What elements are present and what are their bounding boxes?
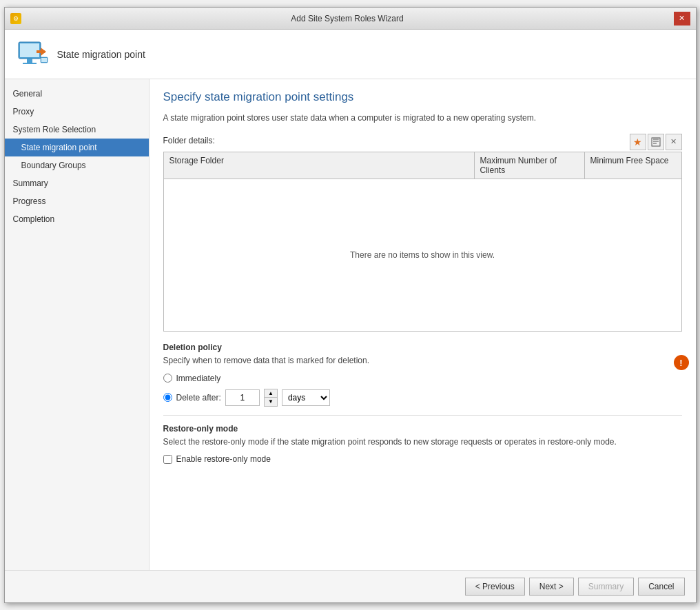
- spinner-up-button[interactable]: ▲: [265, 389, 277, 398]
- table-empty-message: There are no items to show in this view.: [350, 250, 495, 260]
- immediately-label: Immediately: [176, 374, 221, 383]
- delete-after-row: Delete after: ▲ ▼ days hours minutes: [163, 389, 682, 407]
- table-header: Storage Folder Maximum Number of Clients…: [164, 152, 681, 179]
- deletion-radio-group: Immediately Delete after: ▲ ▼ da: [163, 374, 682, 407]
- restore-only-checkbox[interactable]: [163, 455, 172, 464]
- days-dropdown[interactable]: days hours minutes: [282, 389, 330, 406]
- restore-only-checkbox-row: Enable restore-only mode: [163, 454, 682, 464]
- header-icon: [16, 38, 49, 71]
- summary-button[interactable]: Summary: [578, 578, 634, 596]
- folder-table: Storage Folder Maximum Number of Clients…: [163, 152, 682, 332]
- folder-toolbar-row: Folder details: ★ ✕: [163, 134, 682, 150]
- svg-rect-7: [41, 58, 47, 62]
- wizard-window: ⚙ Add Site System Roles Wizard ✕ State m…: [4, 7, 697, 603]
- svg-rect-2: [27, 59, 32, 63]
- spinner-buttons: ▲ ▼: [264, 389, 278, 407]
- folder-details-label: Folder details:: [163, 136, 215, 145]
- header-area: State migration point: [5, 30, 696, 79]
- table-body: There are no items to show in this view.: [164, 179, 681, 331]
- window-title: Add Site System Roles Wizard: [21, 14, 674, 23]
- deletion-policy-title: Deletion policy: [163, 343, 682, 352]
- page-title: Specify state migration point settings: [163, 90, 682, 104]
- sidebar-item-boundary-groups[interactable]: Boundary Groups: [5, 156, 149, 174]
- edit-folder-button[interactable]: [648, 134, 664, 150]
- page-description: A state migration point stores user stat…: [163, 112, 682, 124]
- title-bar-icon: ⚙: [10, 13, 21, 24]
- sidebar-item-summary[interactable]: Summary: [5, 174, 149, 192]
- deletion-policy-section: Deletion policy Specify when to remove d…: [163, 343, 682, 407]
- delete-after-input[interactable]: [225, 389, 260, 406]
- title-bar: ⚙ Add Site System Roles Wizard ✕: [5, 8, 696, 30]
- section-divider: [163, 415, 682, 416]
- col-max-clients: Maximum Number of Clients: [475, 152, 585, 179]
- svg-rect-5: [37, 50, 45, 53]
- header-title: State migration point: [57, 49, 145, 60]
- restore-only-title: Restore-only mode: [163, 424, 682, 434]
- content-area: General Proxy System Role Selection Stat…: [5, 79, 696, 570]
- restore-only-desc: Select the restore-only mode if the stat…: [163, 436, 682, 448]
- next-button[interactable]: Next >: [529, 578, 574, 596]
- sidebar-item-progress[interactable]: Progress: [5, 192, 149, 210]
- delete-after-label: Delete after:: [176, 393, 221, 403]
- previous-button[interactable]: < Previous: [465, 578, 525, 596]
- col-storage-folder: Storage Folder: [164, 152, 475, 179]
- cancel-button[interactable]: Cancel: [638, 578, 684, 596]
- svg-rect-1: [20, 43, 39, 57]
- svg-rect-3: [23, 63, 37, 64]
- delete-after-radio[interactable]: [163, 393, 172, 402]
- footer: < Previous Next > Summary Cancel: [5, 570, 696, 602]
- warning-icon: !: [674, 355, 689, 370]
- sidebar-item-completion[interactable]: Completion: [5, 210, 149, 228]
- immediately-radio[interactable]: [163, 374, 172, 383]
- sidebar-item-general[interactable]: General: [5, 85, 149, 103]
- sidebar-item-system-role[interactable]: System Role Selection: [5, 121, 149, 139]
- sidebar-item-proxy[interactable]: Proxy: [5, 103, 149, 121]
- deletion-policy-desc: Specify when to remove data that is mark…: [163, 355, 682, 367]
- restore-only-section: Restore-only mode Select the restore-onl…: [163, 424, 682, 465]
- immediately-row: Immediately: [163, 374, 682, 383]
- spinner-down-button[interactable]: ▼: [265, 398, 277, 406]
- sidebar: General Proxy System Role Selection Stat…: [5, 79, 150, 570]
- delete-after-controls: ▲ ▼ days hours minutes: [225, 389, 330, 407]
- close-button[interactable]: ✕: [674, 12, 690, 26]
- delete-folder-button[interactable]: ✕: [666, 134, 682, 150]
- sidebar-item-state-migration[interactable]: State migration point: [5, 139, 149, 156]
- main-panel: Specify state migration point settings A…: [150, 79, 696, 570]
- col-min-free-space: Minimum Free Space: [585, 152, 681, 179]
- add-folder-button[interactable]: ★: [630, 134, 646, 150]
- restore-only-label: Enable restore-only mode: [176, 454, 271, 464]
- folder-toolbar: ★ ✕: [630, 134, 682, 150]
